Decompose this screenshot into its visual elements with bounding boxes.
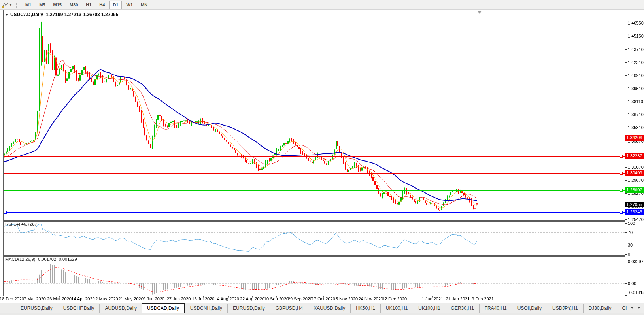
chart-tab-bar: EURUSD,DailyUSDCHF,DailyAUDUSD,DailyUSDC… [0, 303, 644, 313]
chart-tab-dj30-daily[interactable]: DJ30,Daily [583, 304, 617, 313]
timeframe-button-w1[interactable]: W1 [123, 1, 136, 9]
chart-ohlc-values: 1.27199 1.27213 1.26703 1.27055 [46, 12, 119, 17]
timeframe-button-mn[interactable]: MN [137, 1, 151, 9]
chart-tab-ger30-h1[interactable]: GER30,H1 [446, 304, 479, 313]
chart-tab-eurusd-daily[interactable]: EURUSD,Daily [227, 304, 270, 313]
hline-price-badge: 1.34206 [625, 135, 644, 141]
chart-tabs: EURUSD,DailyUSDCHF,DailyAUDUSD,DailyUSDC… [0, 303, 627, 313]
timeframe-button-m1[interactable]: M1 [22, 1, 35, 9]
current-price-badge: 1.27055 [625, 202, 644, 207]
hline-price-badge: 1.26243 [625, 209, 644, 215]
timeframe-button-d1[interactable]: D1 [109, 1, 122, 9]
chart-tab-gbpusd-h4[interactable]: GBPUSD,H4 [270, 304, 308, 313]
chart-shift-marker[interactable] [478, 11, 482, 14]
chart-canvas[interactable] [0, 10, 644, 300]
hline-price-badge: 1.28607 [625, 187, 644, 193]
chart-tab-uk100-h1[interactable]: UK100,H1 [380, 304, 413, 313]
chart-tab-audusd-daily[interactable]: AUDUSD,Daily [99, 304, 142, 313]
toolbar-grip [16, 2, 18, 8]
chart-tab-uk100-h1[interactable]: UK100,H1 [413, 304, 445, 313]
chart-tab-usdjpy-h1[interactable]: USDJPY,H1 [547, 304, 583, 313]
status-strip [0, 313, 644, 315]
chart-tab-eurusd-daily[interactable]: EURUSD,Daily [15, 304, 58, 313]
chart-symbol-period: USDCAD,Daily [10, 12, 43, 17]
timeframe-button-m15[interactable]: M15 [49, 1, 65, 9]
tab-scroll-right-icon[interactable]: ▸ [638, 305, 640, 309]
chart-tab-usdcnh-daily[interactable]: USDCNH,Daily [185, 304, 227, 313]
timeframe-button-m30[interactable]: M30 [66, 1, 81, 9]
chevron-down-icon[interactable]: ▼ [9, 3, 12, 7]
tab-scroll-left-icon[interactable]: ◂ [631, 305, 633, 309]
chart-tab-xauusd-daily[interactable]: XAUUSD,Daily [308, 304, 350, 313]
macd-indicator-label: MACD(12,26,9) -0.001702 -0.001529 [5, 257, 77, 262]
chart-tab-usdcad-daily[interactable]: USDCAD,Daily [142, 303, 185, 313]
chart-title: ▼USDCAD,Daily 1.27199 1.27213 1.26703 1.… [5, 12, 118, 17]
chart-tab-china300-h1[interactable]: CHINA300,H1 [617, 304, 627, 313]
chart-tab-hk50-h1[interactable]: HK50,H1 [350, 304, 380, 313]
timeframe-button-h1[interactable]: H1 [82, 1, 95, 9]
pointer-tool-icon[interactable] [2, 1, 9, 8]
chart-tab-usoil-daily[interactable]: USOil,Daily [512, 304, 547, 313]
timeframe-button-m5[interactable]: M5 [36, 1, 49, 9]
tabbar-divider [628, 304, 628, 311]
hline-price-badge: 1.32237 [625, 153, 644, 159]
rsi-indicator-label: RSI(14) 46.7287 [5, 222, 37, 226]
top-toolbar: ▼ M1M5M15M30H1H4D1W1MN [0, 0, 644, 10]
timeframe-bar: M1M5M15M30H1H4D1W1MN [21, 1, 151, 9]
chart-tab-usdchf-daily[interactable]: USDCHF,Daily [58, 304, 100, 313]
chart-collapse-icon[interactable]: ▼ [5, 13, 8, 17]
chart-tab-fra40-h1[interactable]: FRA40,H1 [479, 304, 512, 313]
timeframe-button-h4[interactable]: H4 [96, 1, 108, 9]
date-axis[interactable] [0, 296, 625, 303]
hline-price-badge: 1.30409 [625, 170, 644, 176]
